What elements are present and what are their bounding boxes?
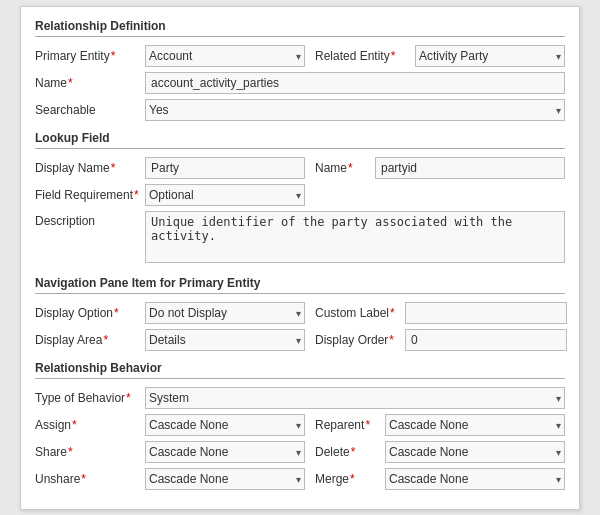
section-lookup-field: Lookup Field [35,131,565,149]
related-entity-select-wrapper: Activity Party [415,45,565,67]
label-type-of-behavior: Type of Behavior* [35,391,145,405]
row-name: Name* [35,72,565,94]
share-select-wrapper: Cascade None [145,441,305,463]
label-delete: Delete* [315,445,385,459]
label-searchable: Searchable [35,103,145,117]
delete-select[interactable]: Cascade None [385,441,565,463]
display-area-select[interactable]: Details [145,329,305,351]
name-input[interactable] [145,72,565,94]
merge-select-wrapper: Cascade None [385,468,565,490]
section-relationship-definition: Relationship Definition [35,19,565,37]
display-area-select-wrapper: Details [145,329,305,351]
label-display-area: Display Area* [35,333,145,347]
merge-select[interactable]: Cascade None [385,468,565,490]
assign-select-wrapper: Cascade None [145,414,305,436]
field-requirement-select-wrapper: Optional [145,184,305,206]
label-field-requirement: Field Requirement* [35,188,145,202]
row-share-delete: Share* Cascade None Delete* Cascade None [35,441,565,463]
primary-entity-select-wrapper: Account [145,45,305,67]
row-field-requirement: Field Requirement* Optional [35,184,565,206]
form-container: Relationship Definition Primary Entity* … [20,6,580,510]
label-custom-label: Custom Label* [315,306,405,320]
label-related-entity: Related Entity* [315,49,415,63]
primary-entity-select[interactable]: Account [145,45,305,67]
section-navigation-pane: Navigation Pane Item for Primary Entity [35,276,565,294]
label-name: Name* [35,76,145,90]
reparent-select-wrapper: Cascade None [385,414,565,436]
label-display-name: Display Name* [35,161,145,175]
searchable-select-wrapper: Yes [145,99,565,121]
assign-select[interactable]: Cascade None [145,414,305,436]
display-name-input[interactable] [145,157,305,179]
row-unshare-merge: Unshare* Cascade None Merge* Cascade Non… [35,468,565,490]
custom-label-input[interactable] [405,302,567,324]
label-primary-entity: Primary Entity* [35,49,145,63]
row-type-of-behavior: Type of Behavior* System [35,387,565,409]
related-entity-select[interactable]: Activity Party [415,45,565,67]
row-display-name: Display Name* Name* [35,157,565,179]
name2-input[interactable] [375,157,565,179]
unshare-select-wrapper: Cascade None [145,468,305,490]
label-assign: Assign* [35,418,145,432]
type-of-behavior-select[interactable]: System [145,387,565,409]
row-display-option: Display Option* Do not Display Custom La… [35,302,565,324]
label-display-order: Display Order* [315,333,405,347]
display-option-select-wrapper: Do not Display [145,302,305,324]
row-primary-related: Primary Entity* Account Related Entity* … [35,45,565,67]
label-merge: Merge* [315,472,385,486]
description-textarea[interactable]: Unique identifier of the party associate… [145,211,565,263]
delete-select-wrapper: Cascade None [385,441,565,463]
label-share: Share* [35,445,145,459]
row-display-area: Display Area* Details Display Order* [35,329,565,351]
row-description: Description Unique identifier of the par… [35,211,565,266]
reparent-select[interactable]: Cascade None [385,414,565,436]
label-description: Description [35,211,145,228]
display-order-input[interactable] [405,329,567,351]
label-reparent: Reparent* [315,418,385,432]
label-display-option: Display Option* [35,306,145,320]
type-of-behavior-select-wrapper: System [145,387,565,409]
row-searchable: Searchable Yes [35,99,565,121]
section-relationship-behavior: Relationship Behavior [35,361,565,379]
display-option-select[interactable]: Do not Display [145,302,305,324]
unshare-select[interactable]: Cascade None [145,468,305,490]
row-assign-reparent: Assign* Cascade None Reparent* Cascade N… [35,414,565,436]
share-select[interactable]: Cascade None [145,441,305,463]
searchable-select[interactable]: Yes [145,99,565,121]
label-unshare: Unshare* [35,472,145,486]
field-requirement-select[interactable]: Optional [145,184,305,206]
label-name2: Name* [315,161,375,175]
